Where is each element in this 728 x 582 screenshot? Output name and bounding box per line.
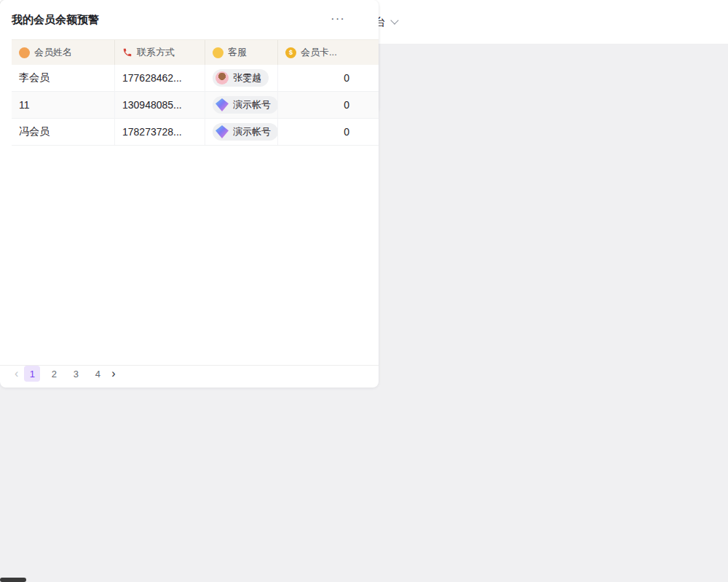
member-table: 会员姓名 联系方式 客服 $ 会员卡... bbox=[12, 39, 379, 146]
balance-warning-card: 我的会员余额预警 ··· 会员姓名 联系方式 客服 bbox=[0, 0, 379, 388]
member-balance: 0 bbox=[278, 65, 360, 91]
agent-name: 张雯越 bbox=[233, 71, 261, 84]
agent-name: 演示帐号 bbox=[233, 125, 271, 138]
balance-warning-header: 我的会员余额预警 ··· bbox=[0, 0, 379, 39]
pagination-page-4[interactable]: 4 bbox=[90, 366, 106, 382]
pagination-page-1[interactable]: 1 bbox=[24, 366, 40, 382]
member-name: 李会员 bbox=[12, 65, 115, 91]
agent-name: 演示帐号 bbox=[233, 98, 271, 111]
agent-chip: 演示帐号 bbox=[213, 123, 278, 141]
woman-icon bbox=[19, 47, 30, 58]
balance-warning-title: 我的会员余额预警 bbox=[12, 13, 99, 27]
member-table-body: 李会员 177628462... 张雯越 0 11 130948085... bbox=[12, 65, 379, 146]
customer-service-workbench: 客服工作台 快速添加 会员信息 充值记录 bbox=[0, 0, 728, 582]
chevron-down-icon bbox=[390, 16, 398, 24]
girl-avatar-icon bbox=[215, 71, 229, 84]
pagination-next-icon[interactable]: › bbox=[111, 367, 115, 380]
member-row[interactable]: 冯会员 178273728... 演示帐号 0 bbox=[12, 119, 379, 146]
more-menu-icon[interactable]: ··· bbox=[331, 12, 345, 26]
gem-avatar-icon bbox=[215, 98, 229, 111]
column-contact: 联系方式 bbox=[137, 46, 175, 59]
member-row[interactable]: 11 130948085... 演示帐号 0 bbox=[12, 92, 379, 119]
column-agent: 客服 bbox=[228, 46, 247, 59]
phone-icon bbox=[122, 47, 132, 58]
column-card-balance: 会员卡... bbox=[301, 46, 337, 59]
smiley-icon bbox=[213, 47, 223, 58]
member-row[interactable]: 李会员 177628462... 张雯越 0 bbox=[12, 65, 379, 92]
column-member-name: 会员姓名 bbox=[34, 46, 72, 59]
page-horizontal-scrollbar-thumb[interactable] bbox=[0, 578, 26, 582]
pagination-prev-icon[interactable]: ‹ bbox=[15, 367, 18, 380]
member-table-header: 会员姓名 联系方式 客服 $ 会员卡... bbox=[12, 39, 379, 65]
member-balance: 0 bbox=[278, 92, 360, 118]
gem-avatar-icon bbox=[215, 125, 229, 138]
pagination: ‹ 1 2 3 4 › bbox=[15, 366, 116, 382]
member-name: 11 bbox=[12, 92, 115, 118]
money-bag-icon: $ bbox=[285, 47, 296, 58]
pagination-page-2[interactable]: 2 bbox=[46, 366, 62, 382]
member-phone: 177628462... bbox=[115, 65, 205, 91]
agent-chip: 演示帐号 bbox=[213, 96, 278, 114]
member-name: 冯会员 bbox=[12, 119, 115, 145]
member-phone: 178273728... bbox=[115, 119, 205, 145]
member-phone: 130948085... bbox=[115, 92, 205, 118]
member-balance: 0 bbox=[278, 119, 360, 145]
pagination-page-3[interactable]: 3 bbox=[68, 366, 84, 382]
agent-chip: 张雯越 bbox=[213, 69, 269, 87]
